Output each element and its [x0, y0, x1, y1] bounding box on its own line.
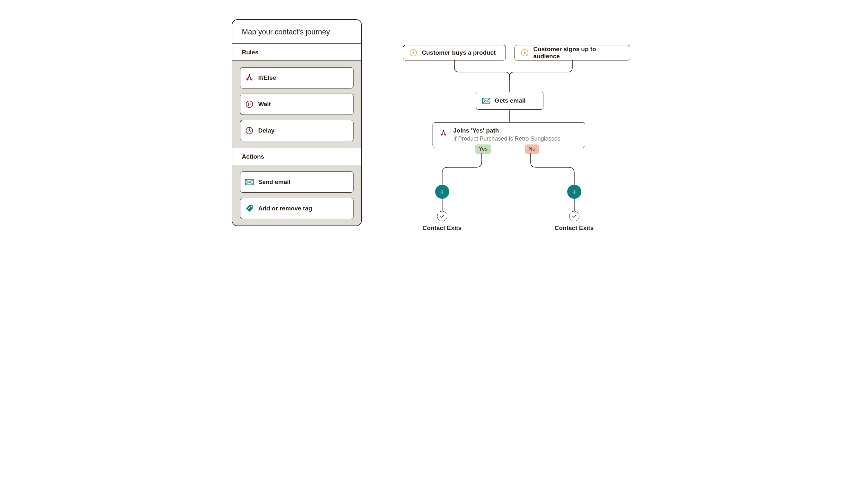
- trigger-label: Customer buys a product: [422, 49, 496, 56]
- connector-branch-no: [529, 153, 577, 185]
- action-label: Send email: [258, 178, 290, 185]
- connector-triggers-merge: [403, 60, 631, 80]
- check-icon: [572, 213, 577, 219]
- plus-icon: +: [440, 188, 444, 196]
- branch-subtitle: If Product Purchased is Retro Sunglasses: [454, 136, 560, 142]
- branch-yes-badge: Yes: [475, 144, 492, 154]
- exit-label-no: Contact Exits: [545, 225, 603, 232]
- email-node-label: Gets email: [495, 97, 526, 104]
- branch-text: Joins 'Yes' path If Product Purchased is…: [454, 127, 560, 142]
- rule-wait[interactable]: Wait: [240, 94, 353, 115]
- mail-icon: [482, 96, 490, 105]
- rules-section-body: If/Else Wait: [232, 61, 361, 148]
- action-send-email[interactable]: Send email: [240, 171, 353, 193]
- check-icon: [440, 213, 445, 219]
- add-step-button-yes[interactable]: +: [435, 185, 449, 199]
- connector-email-branch: [509, 110, 510, 122]
- mail-icon: [245, 178, 254, 186]
- rules-section-header: Rules: [232, 44, 361, 61]
- connector-plus-exit-no: [573, 199, 575, 211]
- connector-merge-email: [509, 80, 510, 92]
- journey-sidebar-panel: Map your contact's journey Rules If/Else: [232, 19, 362, 226]
- rule-label: If/Else: [258, 74, 276, 81]
- branch-title: Joins 'Yes' path: [454, 127, 560, 134]
- rule-label: Delay: [258, 127, 275, 134]
- svg-line-5: [249, 131, 251, 132]
- actions-section-body: Send email Add or remove tag: [232, 165, 361, 226]
- clock-icon: [245, 126, 254, 135]
- add-step-button-no[interactable]: +: [567, 185, 581, 199]
- connector-plus-exit-yes: [441, 199, 443, 211]
- svg-point-7: [250, 206, 252, 207]
- email-node[interactable]: Gets email: [476, 92, 544, 110]
- branch-node[interactable]: Joins 'Yes' path If Product Purchased is…: [433, 122, 585, 148]
- exit-node-yes: [437, 211, 447, 221]
- journey-builder-canvas: Map your contact's journey Rules If/Else: [196, 0, 672, 268]
- actions-section-header: Actions: [232, 148, 361, 165]
- action-tag[interactable]: Add or remove tag: [240, 198, 353, 219]
- pause-icon: [245, 100, 254, 109]
- play-icon: [409, 49, 417, 57]
- tag-icon: [245, 204, 254, 213]
- branch-no-badge: No: [525, 144, 539, 154]
- trigger-node-buy-product[interactable]: Customer buys a product: [403, 45, 506, 60]
- rule-delay[interactable]: Delay: [240, 120, 353, 141]
- trigger-node-signup[interactable]: Customer signs up to audience: [515, 45, 630, 60]
- rule-if-else[interactable]: If/Else: [240, 67, 353, 88]
- connector-branch-yes: [441, 153, 486, 185]
- exit-label-yes: Contact Exits: [413, 225, 471, 232]
- svg-point-0: [246, 101, 252, 108]
- trigger-label: Customer signs up to audience: [533, 46, 624, 60]
- branch-icon: [245, 74, 254, 82]
- play-icon: [521, 49, 529, 57]
- action-label: Add or remove tag: [258, 205, 312, 212]
- branch-icon: [439, 129, 448, 137]
- exit-node-no: [569, 211, 580, 221]
- rule-label: Wait: [258, 101, 271, 108]
- panel-title: Map your contact's journey: [232, 20, 361, 44]
- plus-icon: +: [572, 188, 577, 196]
